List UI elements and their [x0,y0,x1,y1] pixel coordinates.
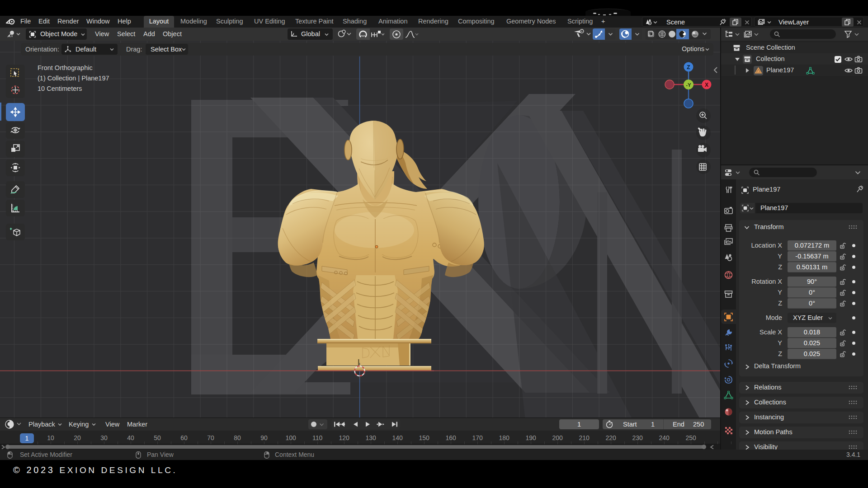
svg-text:-Y: -Y [686,82,691,88]
svg-text:Z: Z [687,64,690,70]
svg-text:X: X [705,82,708,88]
